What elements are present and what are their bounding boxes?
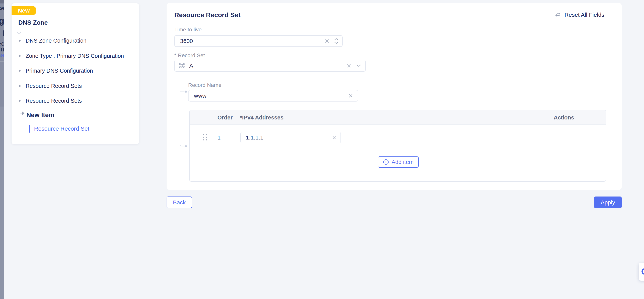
tree-connector-line <box>20 36 22 114</box>
record-set-label: * Record Set <box>174 52 205 58</box>
backdrop-text-fragment: n l <box>0 29 4 38</box>
ipv4-field <box>240 132 341 143</box>
plus-circle-icon <box>383 159 389 165</box>
connector-dot-icon <box>185 90 187 93</box>
backdrop-lower-block <box>0 106 4 299</box>
form-tree-connector <box>180 72 185 146</box>
drag-handle-icon[interactable] <box>203 134 208 141</box>
step-bullet-icon <box>19 100 20 102</box>
nav-item-resource-record-sets-1[interactable]: Resource Record Sets <box>26 82 82 90</box>
ttl-input[interactable] <box>175 36 324 46</box>
nav-item-dns-zone-configuration[interactable]: DNS Zone Configuration <box>26 37 86 44</box>
clear-icon[interactable] <box>348 93 353 98</box>
backdrop-page-strip: se ag n l ec m na <box>0 0 4 299</box>
nav-item-primary-dns-configuration[interactable]: Primary DNS Configuration <box>26 67 93 74</box>
dns-zone-nav-panel: New DNS Zone DNS Zone Configuration Zone… <box>12 3 139 144</box>
nav-item-zone-type[interactable]: Zone Type : Primary DNS Configuration <box>26 52 124 60</box>
active-indicator-bar <box>29 125 30 133</box>
backdrop-link-fragment: na <box>0 52 4 59</box>
apply-button[interactable]: Apply <box>594 196 622 208</box>
record-name-input[interactable] <box>188 90 348 101</box>
resource-record-set-form-panel: Resource Record Set Reset All Fields Tim… <box>166 3 622 190</box>
add-item-button[interactable]: Add item <box>378 156 419 168</box>
record-set-value: A <box>189 62 346 69</box>
nav-item-resource-record-sets-2[interactable]: Resource Record Sets <box>26 97 82 104</box>
ttl-label: Time to live <box>174 26 202 33</box>
connector-dot-icon <box>185 145 187 148</box>
form-tree-branch <box>180 92 184 92</box>
step-bullet-icon <box>19 55 20 57</box>
order-column-header: Order <box>218 110 233 125</box>
backdrop-divider <box>0 61 4 62</box>
actions-column-header: Actions <box>554 110 574 125</box>
new-item-group-label[interactable]: New Item <box>26 110 54 120</box>
tree-arrow-icon <box>22 112 24 115</box>
record-name-field <box>188 90 358 102</box>
backdrop-text-fragment: ag <box>0 16 4 26</box>
ipv4-input[interactable] <box>241 132 332 143</box>
chevron-up-icon <box>334 38 338 40</box>
undo-icon <box>555 12 562 18</box>
reset-all-fields-label: Reset All Fields <box>564 12 604 18</box>
ttl-field <box>174 35 342 47</box>
chevron-down-icon[interactable] <box>356 64 361 67</box>
backdrop-text-fragment: se <box>0 5 4 12</box>
chevron-down-icon <box>334 42 338 44</box>
help-corner-button[interactable] <box>638 262 644 281</box>
number-stepper[interactable] <box>334 38 338 44</box>
form-title: Resource Record Set <box>174 11 240 19</box>
dns-zone-title: DNS Zone <box>18 19 48 26</box>
reset-all-fields-button[interactable]: Reset All Fields <box>555 12 604 18</box>
help-ring-icon <box>642 268 644 275</box>
nav-item-resource-record-set-active[interactable]: Resource Record Set <box>34 125 89 133</box>
clear-icon[interactable] <box>332 135 337 140</box>
new-badge: New <box>12 6 36 15</box>
row-divider <box>197 148 599 148</box>
table-header-row: Order *IPv4 Addresses Actions <box>190 110 606 125</box>
step-bullet-icon <box>19 85 20 87</box>
nav-divider <box>12 32 139 32</box>
step-bullet-icon <box>19 70 20 72</box>
backdrop-header-block <box>0 0 4 4</box>
clear-icon[interactable] <box>346 63 352 68</box>
shuffle-icon <box>178 62 186 69</box>
ipv4-column-header: *IPv4 Addresses <box>240 110 284 125</box>
step-bullet-icon <box>19 40 20 42</box>
ipv4-addresses-table: Order *IPv4 Addresses Actions 1 <box>189 110 606 182</box>
add-item-label: Add item <box>392 159 414 165</box>
clear-icon[interactable] <box>324 38 330 44</box>
order-value: 1 <box>218 134 221 142</box>
record-set-select[interactable]: A <box>174 60 366 72</box>
record-name-label: Record Name <box>188 82 222 88</box>
back-button[interactable]: Back <box>166 196 192 208</box>
